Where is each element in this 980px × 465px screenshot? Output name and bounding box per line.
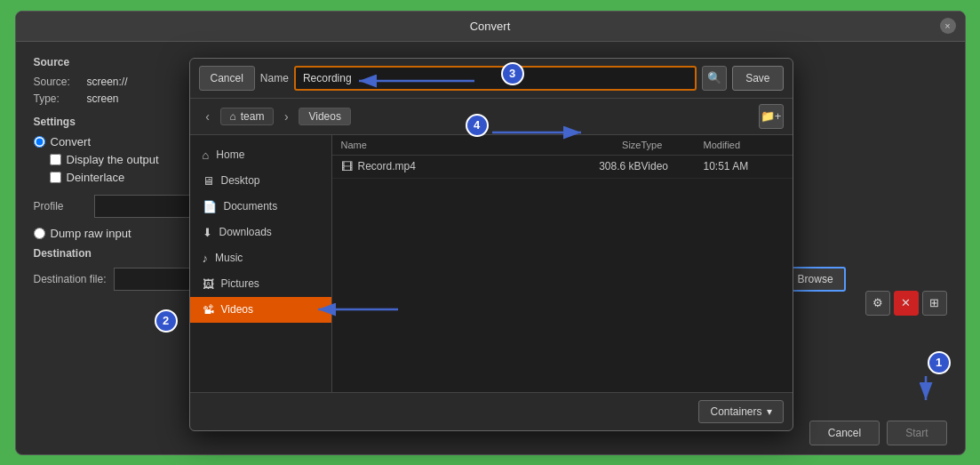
new-folder-button[interactable]: 📁+ bbox=[759, 104, 784, 129]
dump-raw-label: Dump raw input bbox=[51, 227, 131, 240]
grid-icon-button[interactable]: ⊞ bbox=[922, 291, 947, 316]
file-modified-cell: 10:51 AM bbox=[704, 160, 784, 172]
dialog-name-label: Name bbox=[260, 72, 289, 84]
home-sidebar-icon: ⌂ bbox=[203, 148, 210, 162]
annotation-2: 2 bbox=[155, 309, 178, 333]
toolbar-icons: ⚙ ✕ ⊞ bbox=[865, 291, 947, 316]
sidebar-item-pictures[interactable]: 🖼 Pictures bbox=[190, 271, 331, 297]
dialog-filename-input[interactable] bbox=[294, 66, 697, 91]
annotation-4: 4 bbox=[466, 114, 489, 137]
settings-icon-button[interactable]: ⚙ bbox=[865, 291, 890, 316]
col-type-header[interactable]: Type bbox=[641, 140, 704, 150]
arrow-1-svg bbox=[899, 372, 952, 407]
dialog-save-button[interactable]: Save bbox=[732, 66, 783, 91]
sidebar-videos-label: Videos bbox=[221, 303, 253, 316]
col-modified-header[interactable]: Modified bbox=[704, 140, 784, 150]
breadcrumb-team[interactable]: ⌂ team bbox=[220, 108, 275, 125]
start-button[interactable]: Start bbox=[887, 421, 946, 445]
sidebar-item-desktop[interactable]: 🖥 Desktop bbox=[190, 168, 331, 194]
file-name-cell: 🎞 Record.mp4 bbox=[341, 160, 570, 173]
sidebar-item-home[interactable]: ⌂ Home bbox=[190, 142, 331, 168]
main-window: Convert × Source Source: screen:// Type:… bbox=[15, 11, 966, 455]
breadcrumb-back[interactable]: ‹ bbox=[199, 108, 217, 125]
dialog-bottombar: Containers ▾ bbox=[190, 392, 793, 430]
file-type-cell: Video bbox=[641, 160, 704, 172]
title-bar: Convert × bbox=[16, 12, 965, 42]
breadcrumb-forward[interactable]: › bbox=[277, 108, 295, 125]
sidebar-pictures-label: Pictures bbox=[221, 277, 259, 290]
desktop-sidebar-icon: 🖥 bbox=[203, 174, 214, 188]
dialog-sidebar: ⌂ Home 🖥 Desktop 📄 Documents ⬇ Downloads… bbox=[190, 135, 332, 392]
dialog-breadcrumb: ‹ ⌂ team › Videos 📁+ bbox=[190, 99, 793, 135]
pictures-sidebar-icon: 🖼 bbox=[203, 277, 214, 291]
source-field-value: screen:// bbox=[87, 76, 128, 88]
delete-icon-button[interactable]: ✕ bbox=[894, 291, 919, 316]
annotation-1: 1 bbox=[928, 351, 951, 374]
documents-sidebar-icon: 📄 bbox=[203, 200, 217, 213]
sidebar-documents-label: Documents bbox=[224, 200, 278, 212]
filelist-header: Name Size Type Modified bbox=[332, 135, 793, 156]
browse-button[interactable]: Browse bbox=[785, 267, 846, 292]
sidebar-home-label: Home bbox=[216, 148, 244, 161]
sidebar-item-downloads[interactable]: ⬇ Downloads bbox=[190, 220, 331, 245]
breadcrumb-videos[interactable]: Videos bbox=[299, 108, 350, 125]
music-sidebar-icon: ♪ bbox=[203, 252, 209, 265]
dialog-filelist: Name Size Type Modified 🎞 Record.mp4 308… bbox=[332, 135, 793, 392]
sidebar-music-label: Music bbox=[215, 252, 243, 264]
source-field-label: Source: bbox=[34, 76, 87, 88]
dialog-cancel-button[interactable]: Cancel bbox=[199, 66, 255, 91]
containers-chevron-icon: ▾ bbox=[767, 405, 772, 418]
file-name-text: Record.mp4 bbox=[358, 160, 416, 172]
profile-label: Profile bbox=[34, 200, 87, 212]
window-title: Convert bbox=[470, 20, 511, 33]
col-size-header[interactable]: Size bbox=[570, 140, 641, 150]
sidebar-desktop-label: Desktop bbox=[221, 174, 260, 187]
deinterlace-label: Deinterlace bbox=[67, 171, 125, 184]
dest-file-label: Destination file: bbox=[34, 273, 107, 285]
dialog-search-icon[interactable]: 🔍 bbox=[702, 66, 727, 91]
containers-label: Containers bbox=[710, 405, 761, 418]
containers-button[interactable]: Containers ▾ bbox=[698, 400, 783, 423]
deinterlace-checkbox[interactable] bbox=[50, 172, 61, 183]
file-icon: 🎞 bbox=[341, 160, 353, 173]
dialog-body: ⌂ Home 🖥 Desktop 📄 Documents ⬇ Downloads… bbox=[190, 135, 793, 392]
col-name-header[interactable]: Name bbox=[341, 140, 570, 150]
dialog-topbar: Cancel Name 🔍 Save bbox=[190, 59, 793, 99]
bottom-bar: Cancel Start bbox=[809, 421, 947, 445]
type-field-value: screen bbox=[87, 92, 119, 105]
file-row-record[interactable]: 🎞 Record.mp4 308.6 kB Video 10:51 AM bbox=[332, 156, 793, 179]
file-size-cell: 308.6 kB bbox=[570, 160, 641, 172]
dump-raw-radio[interactable] bbox=[34, 228, 45, 239]
sidebar-downloads-label: Downloads bbox=[219, 226, 272, 238]
display-output-checkbox[interactable] bbox=[50, 154, 61, 165]
sidebar-item-videos[interactable]: 📽 Videos bbox=[190, 297, 331, 323]
videos-sidebar-icon: 📽 bbox=[203, 303, 214, 317]
convert-label: Convert bbox=[51, 135, 92, 148]
sidebar-item-music[interactable]: ♪ Music bbox=[190, 245, 331, 271]
annotation-3: 3 bbox=[501, 62, 524, 85]
home-icon: ⌂ bbox=[230, 110, 236, 123]
close-button[interactable]: × bbox=[940, 18, 956, 34]
cancel-button[interactable]: Cancel bbox=[809, 421, 880, 445]
sidebar-item-documents[interactable]: 📄 Documents bbox=[190, 194, 331, 220]
downloads-sidebar-icon: ⬇ bbox=[203, 226, 212, 239]
convert-radio[interactable] bbox=[34, 136, 45, 148]
display-output-label: Display the output bbox=[67, 153, 159, 166]
type-field-label: Type: bbox=[34, 92, 87, 105]
file-dialog: Cancel Name 🔍 Save ‹ ⌂ team › Videos 📁+ bbox=[189, 58, 793, 431]
